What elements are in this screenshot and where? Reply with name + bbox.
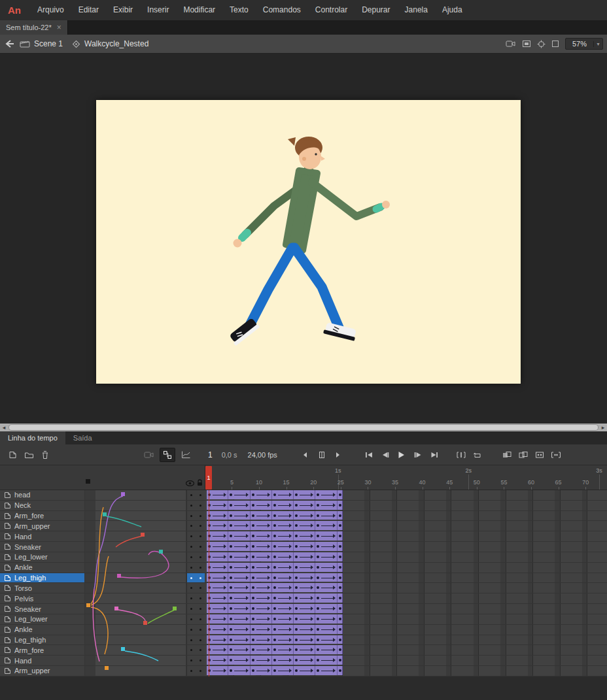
motion-tween-span[interactable] (207, 635, 343, 644)
loop-playback-button[interactable] (472, 448, 483, 462)
motion-editor-button[interactable] (180, 448, 192, 462)
layer-row[interactable]: Hand (0, 656, 205, 666)
layer-row[interactable]: Arm_fore (0, 511, 205, 522)
layer-visibility-dot[interactable] (186, 573, 196, 583)
layer-parent-cell[interactable] (85, 490, 186, 500)
scroll-left-icon[interactable]: ◂ (0, 424, 8, 431)
layer-frames-row[interactable] (205, 614, 607, 625)
add-camera-button[interactable] (143, 448, 155, 462)
layer-lock-dot[interactable] (196, 583, 205, 593)
menu-arquivo[interactable]: Arquivo (30, 0, 71, 20)
layer-name-cell[interactable]: Sneaker (0, 542, 85, 552)
layer-row[interactable]: Leg_lower (0, 552, 205, 563)
frames-grid[interactable] (205, 490, 607, 676)
menu-inserir[interactable]: Inserir (140, 0, 176, 20)
layer-row[interactable]: Neck (0, 501, 205, 511)
close-icon[interactable]: × (57, 24, 61, 31)
layer-frames-row[interactable] (205, 573, 607, 584)
timeline-ruler[interactable]: 1s2s3s510152025303540455055606570 (205, 465, 607, 490)
layer-parent-cell[interactable] (85, 552, 186, 562)
layer-visibility-dot[interactable] (186, 552, 196, 562)
layer-visibility-dot[interactable] (186, 511, 196, 521)
menu-modificar[interactable]: Modificar (176, 0, 222, 20)
layer-frames-row[interactable] (205, 511, 607, 522)
layer-lock-dot[interactable] (196, 490, 205, 500)
layer-parent-cell[interactable] (85, 666, 186, 676)
layer-parent-cell[interactable] (85, 573, 186, 583)
layer-row[interactable]: Arm_upper (0, 521, 205, 531)
layer-row[interactable]: Ankle (0, 563, 205, 573)
step-forward-button[interactable] (332, 448, 344, 462)
layer-frames-row[interactable] (205, 656, 607, 666)
layer-name-cell[interactable]: Ankle (0, 563, 85, 573)
delete-layer-button[interactable] (39, 448, 51, 462)
layer-lock-dot[interactable] (196, 635, 205, 645)
new-layer-button[interactable] (7, 448, 18, 462)
layer-visibility-dot[interactable] (186, 542, 196, 552)
play-button[interactable] (396, 448, 408, 462)
layer-visibility-dot[interactable] (186, 563, 196, 573)
layer-parent-cell[interactable] (85, 583, 186, 593)
layer-row[interactable]: Sneaker (0, 542, 205, 552)
motion-tween-span[interactable] (207, 490, 343, 499)
layer-lock-dot[interactable] (196, 625, 205, 635)
playhead[interactable]: 1 (205, 466, 212, 490)
layer-lock-dot[interactable] (196, 501, 205, 510)
layer-row[interactable]: Arm_fore (0, 645, 205, 656)
layer-name-cell[interactable]: Leg_lower (0, 552, 85, 562)
layer-row[interactable]: Ankle (0, 625, 205, 635)
layer-parent-cell[interactable] (85, 531, 186, 541)
motion-tween-span[interactable] (207, 656, 343, 665)
layer-row[interactable]: Pelvis (0, 593, 205, 604)
layer-parent-cell[interactable] (85, 521, 186, 531)
layer-name-cell[interactable]: Hand (0, 656, 85, 665)
frame-rate[interactable]: 24,00 fps (248, 451, 277, 459)
modify-markers-button[interactable] (550, 448, 562, 462)
menu-exibir[interactable]: Exibir (106, 0, 140, 20)
menu-controlar[interactable]: Controlar (308, 0, 355, 20)
layer-row[interactable]: Leg_thigh (0, 635, 205, 646)
layer-frames-row[interactable] (205, 521, 607, 531)
layer-name-cell[interactable]: Ankle (0, 625, 85, 635)
menu-ajuda[interactable]: Ajuda (435, 0, 470, 20)
layer-parent-cell[interactable] (85, 625, 186, 635)
layer-visibility-dot[interactable] (186, 656, 196, 665)
layer-lock-dot[interactable] (196, 511, 205, 521)
motion-tween-span[interactable] (207, 666, 343, 675)
layer-visibility-dot[interactable] (186, 531, 196, 541)
onion-skin-button[interactable] (501, 448, 513, 462)
motion-tween-span[interactable] (207, 645, 343, 654)
layer-visibility-dot[interactable] (186, 583, 196, 593)
layer-row[interactable]: Arm_upper (0, 666, 205, 676)
breadcrumb-scene[interactable]: Scene 1 (20, 39, 63, 48)
layer-frames-row[interactable] (205, 490, 607, 501)
layer-frames-row[interactable] (205, 604, 607, 614)
breadcrumb-symbol[interactable]: Walkcycle_Nested (72, 39, 148, 48)
motion-tween-span[interactable] (207, 573, 343, 582)
layer-visibility-dot[interactable] (186, 614, 196, 624)
motion-tween-span[interactable] (207, 501, 343, 510)
menu-comandos[interactable]: Comandos (256, 0, 308, 20)
back-button[interactable] (0, 35, 20, 53)
scroll-right-icon[interactable]: ▸ (599, 424, 607, 431)
layer-row[interactable]: head (0, 490, 205, 501)
layer-parent-cell[interactable] (85, 656, 186, 665)
layer-visibility-dot[interactable] (186, 666, 196, 676)
layer-lock-dot[interactable] (196, 542, 205, 552)
onion-skin-outlines-button[interactable] (517, 448, 529, 462)
document-tab[interactable]: Sem título-22* × (0, 20, 68, 35)
layer-parent-cell[interactable] (85, 501, 186, 510)
motion-tween-span[interactable] (207, 552, 343, 561)
layer-lock-dot[interactable] (196, 552, 205, 562)
next-frame-button[interactable] (412, 448, 424, 462)
layer-name-cell[interactable]: Arm_upper (0, 666, 85, 676)
layer-visibility-dot[interactable] (186, 645, 196, 655)
tab-output[interactable]: Saída (65, 431, 100, 444)
eye-icon[interactable] (186, 480, 194, 486)
layer-visibility-dot[interactable] (186, 521, 196, 531)
motion-tween-span[interactable] (207, 542, 343, 551)
layer-frames-row[interactable] (205, 635, 607, 646)
scrollbar-handle[interactable] (9, 424, 598, 431)
center-stage-button[interactable] (537, 40, 546, 48)
layer-row[interactable]: Sneaker (0, 604, 205, 614)
